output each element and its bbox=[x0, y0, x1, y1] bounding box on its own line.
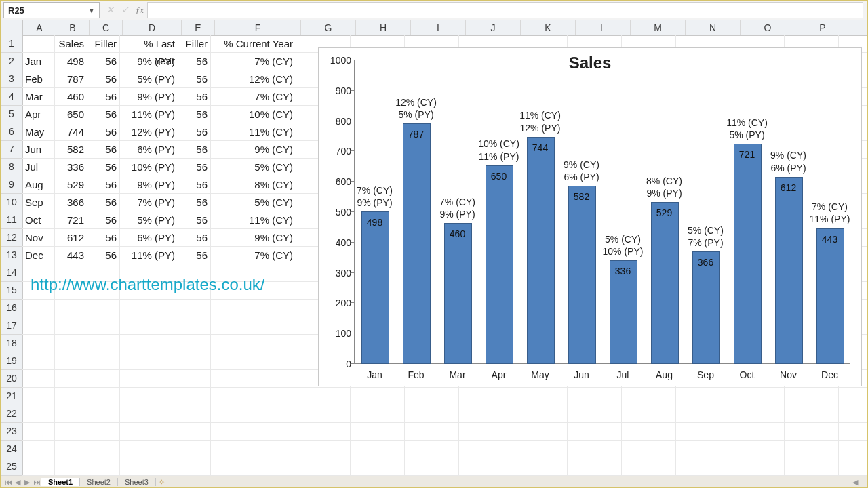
cell[interactable] bbox=[211, 441, 296, 458]
cell[interactable] bbox=[120, 405, 178, 422]
cell[interactable]: 56 bbox=[87, 88, 120, 105]
cell[interactable]: 56 bbox=[178, 53, 211, 70]
bar[interactable] bbox=[361, 211, 389, 364]
cell[interactable] bbox=[22, 441, 55, 458]
cell[interactable]: 5% (CY) bbox=[211, 159, 296, 176]
cell[interactable] bbox=[730, 423, 785, 440]
cell[interactable]: 7% (CY) bbox=[211, 247, 296, 264]
row-header-9[interactable]: 9 bbox=[1, 176, 22, 194]
bar[interactable] bbox=[651, 202, 679, 364]
cell[interactable]: 6% (PY) bbox=[120, 229, 178, 246]
cell[interactable] bbox=[87, 352, 120, 369]
cell[interactable]: Filler bbox=[87, 35, 120, 52]
cell[interactable] bbox=[22, 335, 55, 352]
cell[interactable]: 56 bbox=[178, 229, 211, 246]
sales-chart[interactable]: Sales 01002003004005006007008009001000 4… bbox=[318, 47, 862, 386]
col-header-G[interactable]: G bbox=[301, 20, 356, 35]
cell[interactable] bbox=[785, 388, 839, 405]
cell[interactable] bbox=[22, 35, 55, 52]
cell[interactable]: 56 bbox=[178, 88, 211, 105]
cell[interactable]: 5% (PY) bbox=[120, 70, 178, 87]
cell[interactable]: Oct bbox=[22, 211, 55, 228]
cell[interactable] bbox=[405, 423, 459, 440]
cell[interactable] bbox=[676, 405, 730, 422]
cell[interactable] bbox=[120, 300, 178, 317]
cell[interactable] bbox=[730, 405, 785, 422]
new-sheet-icon[interactable]: ✧ bbox=[156, 478, 168, 487]
cell[interactable] bbox=[211, 335, 296, 352]
bar[interactable] bbox=[403, 123, 431, 364]
cell[interactable] bbox=[55, 300, 87, 317]
cell[interactable]: 56 bbox=[87, 106, 120, 123]
col-header-A[interactable]: A bbox=[23, 20, 56, 35]
cell[interactable] bbox=[22, 370, 55, 387]
cell[interactable] bbox=[459, 458, 513, 475]
cell[interactable]: 10% (CY) bbox=[211, 106, 296, 123]
cell[interactable]: 56 bbox=[87, 194, 120, 211]
cell[interactable] bbox=[622, 405, 676, 422]
cell[interactable]: 56 bbox=[178, 176, 211, 193]
cell[interactable]: Jun bbox=[22, 141, 55, 158]
cell[interactable]: 56 bbox=[87, 247, 120, 264]
cell[interactable] bbox=[55, 441, 87, 458]
cell[interactable] bbox=[211, 300, 296, 317]
cell[interactable]: 366 bbox=[55, 194, 87, 211]
cell[interactable] bbox=[730, 388, 785, 405]
cell[interactable]: 12% (PY) bbox=[120, 123, 178, 140]
col-header-F[interactable]: F bbox=[215, 20, 301, 35]
row-header-12[interactable]: 12 bbox=[1, 229, 22, 247]
cell[interactable] bbox=[622, 441, 676, 458]
cell[interactable]: 11% (PY) bbox=[120, 247, 178, 264]
cell[interactable] bbox=[178, 441, 211, 458]
cell[interactable]: 9% (PY) bbox=[120, 176, 178, 193]
row-header-13[interactable]: 13 bbox=[1, 247, 22, 264]
cell[interactable] bbox=[22, 423, 55, 440]
cell[interactable] bbox=[55, 317, 87, 334]
cell[interactable]: 56 bbox=[87, 123, 120, 140]
cell[interactable] bbox=[120, 458, 178, 475]
cell[interactable] bbox=[22, 352, 55, 369]
bar[interactable] bbox=[816, 228, 844, 364]
cell[interactable] bbox=[178, 370, 211, 387]
col-header-J[interactable]: J bbox=[466, 20, 521, 35]
cell[interactable]: 11% (CY) bbox=[211, 211, 296, 228]
tab-last-icon[interactable]: ⏭ bbox=[32, 478, 41, 487]
bar[interactable] bbox=[568, 186, 596, 364]
cancel-icon[interactable]: ✕ bbox=[102, 3, 117, 18]
row-header-1[interactable]: 1 bbox=[1, 35, 22, 53]
cell[interactable]: 6% (PY) bbox=[120, 141, 178, 158]
cell[interactable]: 12% (CY) bbox=[211, 70, 296, 87]
row-header-10[interactable]: 10 bbox=[1, 194, 22, 211]
row-header-24[interactable]: 24 bbox=[1, 441, 22, 458]
cell[interactable] bbox=[568, 423, 622, 440]
cell[interactable] bbox=[87, 388, 120, 405]
cell[interactable] bbox=[178, 335, 211, 352]
cell[interactable] bbox=[22, 300, 55, 317]
cell[interactable] bbox=[87, 441, 120, 458]
cell[interactable] bbox=[513, 388, 568, 405]
cell[interactable] bbox=[22, 388, 55, 405]
cell[interactable] bbox=[622, 458, 676, 475]
col-header-O[interactable]: O bbox=[741, 20, 795, 35]
cell[interactable] bbox=[120, 423, 178, 440]
row-header-7[interactable]: 7 bbox=[1, 141, 22, 159]
select-all-corner[interactable] bbox=[1, 20, 23, 35]
tab-next-icon[interactable]: ▶ bbox=[22, 478, 32, 487]
cell[interactable]: 56 bbox=[87, 176, 120, 193]
cell[interactable]: 56 bbox=[87, 229, 120, 246]
cell[interactable] bbox=[211, 317, 296, 334]
cell[interactable] bbox=[785, 405, 839, 422]
cell[interactable]: 11% (CY) bbox=[211, 123, 296, 140]
cell[interactable] bbox=[87, 300, 120, 317]
fx-icon[interactable]: ƒx bbox=[132, 3, 147, 18]
cell[interactable] bbox=[296, 458, 351, 475]
col-header-D[interactable]: D bbox=[123, 20, 182, 35]
sheet-tab[interactable]: Sheet2 bbox=[80, 478, 118, 486]
cell[interactable] bbox=[405, 388, 459, 405]
cell[interactable] bbox=[459, 405, 513, 422]
cell[interactable] bbox=[87, 405, 120, 422]
cell[interactable] bbox=[513, 423, 568, 440]
bar[interactable] bbox=[527, 137, 555, 364]
col-header-K[interactable]: K bbox=[521, 20, 576, 35]
cell[interactable] bbox=[459, 423, 513, 440]
